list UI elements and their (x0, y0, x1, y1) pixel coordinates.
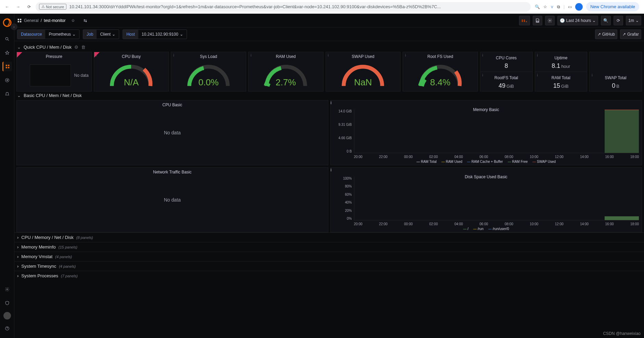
chevron-down-icon: ⌄ (17, 45, 21, 50)
forward-button[interactable]: → (14, 2, 23, 11)
row-quick-header[interactable]: ⌄ Quick CPU / Mem / Disk ⚙ 🗑 (14, 41, 644, 52)
expand-sidebar-icon[interactable]: › (11, 23, 17, 30)
panel-uptime-ram[interactable]: iUptime8.1hour iRAM Total15GiB (535, 52, 588, 92)
url-text: 10.241.101.34:3000/d/rYdddlPWk/test-moni… (69, 4, 441, 9)
dashboard-title: test-monitor (44, 18, 65, 23)
not-secure-badge: ⚠ Not secure (39, 4, 66, 10)
panel-swaptotal[interactable]: iSWAP Total0B (589, 52, 642, 92)
chrome-update-badge[interactable]: New Chrome available (586, 2, 639, 11)
var-job[interactable]: JobClient ⌄ (83, 29, 119, 39)
svg-rect-5 (8, 67, 9, 68)
save-button[interactable] (533, 16, 542, 25)
extensions-icon[interactable]: ⧉ (557, 4, 560, 9)
grafana-link[interactable]: ↗ Grafar (620, 29, 641, 39)
row-settings-icon[interactable]: ⚙ (74, 45, 78, 50)
svg-rect-3 (8, 65, 9, 66)
refresh-button[interactable]: ⟳ (614, 16, 623, 25)
dashboards-icon[interactable] (2, 62, 12, 71)
zoom-icon[interactable]: 🔍 (535, 4, 540, 9)
refresh-interval[interactable]: 1m ⌄ (626, 16, 641, 25)
variable-bar: DatasourcePrometheus ⌄ JobClient ⌄ Host1… (14, 27, 644, 41)
svg-point-7 (7, 289, 8, 290)
brave-icon[interactable]: ⋎ (551, 4, 554, 9)
add-panel-button[interactable]: ⫾⫾₊ (519, 16, 530, 25)
svg-rect-4 (6, 67, 7, 68)
var-host[interactable]: Host10.241.102.90:9100 ⌄ (123, 29, 187, 39)
config-gear-icon[interactable] (2, 285, 12, 294)
collapsed-row[interactable]: ›Memory Meminfo(15 panels) (14, 242, 644, 252)
reload-button[interactable]: ⟳ (25, 2, 34, 11)
explore-icon[interactable] (2, 75, 12, 85)
page-toolbar: General / test-monitor ☆ ⇆ ⫾⫾₊ 🕘 Last 24… (14, 14, 644, 27)
breadcrumb[interactable]: General / test-monitor (17, 18, 65, 23)
panel-swap-used[interactable]: iSWAP UsedNaN (326, 52, 401, 92)
svg-rect-10 (20, 19, 21, 20)
browser-toolbar: ← → ⟳ ⚠ Not secure 10.241.101.34:3000/d/… (0, 0, 644, 14)
left-sidebar: › (0, 14, 14, 338)
svg-point-14 (549, 20, 551, 21)
settings-button[interactable] (545, 16, 555, 25)
svg-point-1 (5, 37, 8, 40)
panel-disk-basic[interactable]: iDisk Space Used Basic 100%80%60%40%20%0… (330, 167, 642, 232)
pressure-sparkline (30, 64, 71, 86)
alert-indicator-icon (17, 52, 22, 58)
svg-rect-13 (536, 21, 538, 22)
watermark: CSDN @hanweixiao (603, 331, 641, 336)
alerting-icon[interactable] (2, 89, 12, 99)
svg-rect-9 (18, 19, 19, 20)
svg-rect-11 (18, 21, 19, 22)
zoom-out-button[interactable]: 🔍 (601, 16, 611, 25)
row-delete-icon[interactable]: 🗑 (81, 45, 86, 50)
collapsed-row[interactable]: ›System Processes(7 panels) (14, 271, 644, 280)
dashboard-grid-icon (17, 18, 22, 23)
panel-network-basic[interactable]: Network Traffic Basic No data (16, 167, 328, 232)
time-picker[interactable]: 🕘 Last 24 hours ⌄ (557, 16, 598, 25)
github-link[interactable]: ↗ GitHub (595, 29, 617, 39)
collapsed-row[interactable]: ›CPU / Memory / Net / Disk(8 panels) (14, 232, 644, 242)
panel-cpu-busy[interactable]: iCPU BusyN/A (94, 52, 169, 92)
panel-sys-load[interactable]: iSys Load0.0% (171, 52, 246, 92)
svg-rect-2 (6, 65, 7, 66)
back-button[interactable]: ← (3, 2, 12, 11)
fav-star-icon[interactable]: ☆ (68, 16, 78, 25)
panel-ram-used[interactable]: iRAM Used2.7% (248, 52, 324, 92)
panel-pressure[interactable]: Pressure No data (16, 52, 92, 92)
search-icon[interactable] (2, 34, 12, 44)
address-bar[interactable]: ⚠ Not secure 10.241.101.34:3000/d/rYdddl… (36, 2, 531, 12)
star-nav-icon[interactable] (2, 48, 12, 58)
panel-cpu-basic[interactable]: CPU Basic No data (16, 100, 328, 165)
avatar-icon[interactable] (3, 312, 11, 319)
admin-shield-icon[interactable] (2, 298, 12, 308)
panel-icon[interactable]: ▭ (568, 4, 572, 9)
var-datasource[interactable]: DatasourcePrometheus ⌄ (17, 29, 79, 39)
folder-link[interactable]: General (24, 18, 39, 23)
collapsed-row[interactable]: ›Memory Vmstat(4 panels) (14, 252, 644, 261)
collapsed-row[interactable]: ›System Timesync(4 panels) (14, 261, 644, 271)
chevron-down-icon: ⌄ (17, 93, 21, 98)
svg-rect-12 (20, 21, 21, 22)
share-icon[interactable]: ⇆ (80, 16, 90, 25)
panel-rootfs-used[interactable]: iRoot FS Used8.4% (403, 52, 478, 92)
panel-memory-basic[interactable]: iMemory Basic 14.0 GiB9.31 GiB4.66 GiB0 … (330, 100, 642, 165)
profile-icon[interactable] (575, 3, 583, 11)
help-icon[interactable] (2, 324, 12, 333)
star-icon[interactable]: ☆ (543, 4, 547, 9)
panel-cores-rootfs[interactable]: iCPU Cores8 iRootFS Total49GiB (480, 52, 533, 92)
